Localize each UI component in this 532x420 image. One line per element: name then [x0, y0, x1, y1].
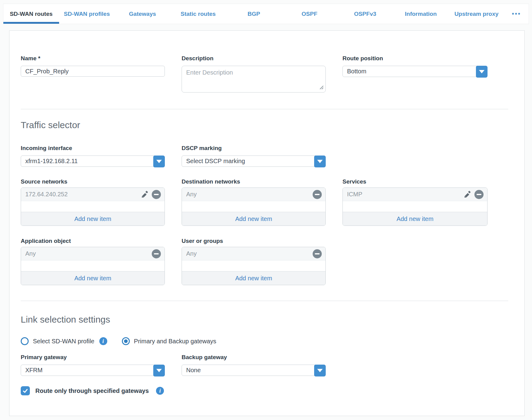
listbox-empty-area	[182, 261, 325, 271]
link-selection-radios: Select SD-WAN profile i Primary and Back…	[21, 337, 508, 345]
incoming-interface-group: Incoming interface xfrm1-192.168.2.11	[21, 145, 165, 167]
edit-icon[interactable]	[463, 191, 471, 198]
section-divider	[21, 301, 508, 301]
incoming-interface-dropdown-button[interactable]	[153, 156, 165, 167]
route-position-value: Bottom	[347, 68, 366, 75]
route-position-select[interactable]: Bottom	[342, 66, 488, 77]
tab-upstream-proxy[interactable]: Upstream proxy	[449, 4, 504, 24]
remove-icon[interactable]	[313, 249, 322, 258]
user-or-groups-listbox: Any Add new item	[182, 247, 326, 285]
route-position-dropdown-button[interactable]	[476, 66, 488, 78]
interface-dscp-row: Incoming interface xfrm1-192.168.2.11 DS…	[21, 145, 508, 167]
listbox-empty-area	[21, 201, 165, 212]
destination-networks-label: Destination networks	[182, 178, 326, 185]
tab-information[interactable]: Information	[393, 4, 449, 24]
application-object-label: Application object	[21, 238, 165, 244]
user-or-groups-add-button[interactable]: Add new item	[182, 271, 325, 285]
list-item-value: Any	[25, 250, 152, 257]
description-label: Description	[182, 55, 326, 62]
incoming-interface-select[interactable]: xfrm1-192.168.2.11	[21, 156, 165, 167]
route-position-field-group: Route position Bottom	[342, 55, 488, 94]
chevron-down-icon	[479, 70, 484, 73]
route-edit-panel: Name * Description Route position	[9, 30, 525, 416]
application-object-group: Application object Any Add new item	[21, 238, 165, 285]
destination-networks-group: Destination networks Any Add new item	[182, 178, 326, 226]
dscp-marking-dropdown-button[interactable]	[314, 156, 326, 167]
general-fields-row: Name * Description Route position	[21, 55, 508, 94]
resize-grip-icon[interactable]	[319, 85, 324, 91]
info-icon[interactable]: i	[99, 337, 107, 345]
remove-icon[interactable]	[152, 190, 161, 199]
check-icon	[22, 388, 28, 394]
list-item: ICMP	[343, 188, 487, 201]
app-users-row: Application object Any Add new item User…	[21, 238, 508, 285]
description-field-group: Description	[182, 55, 326, 94]
tab-static-routes[interactable]: Static routes	[170, 4, 226, 24]
dscp-marking-label: DSCP marking	[182, 145, 326, 152]
user-or-groups-label: User or groups	[182, 238, 326, 244]
services-group: Services ICMP	[342, 178, 488, 226]
primary-gateway-select[interactable]: XFRM	[21, 365, 165, 376]
remove-icon[interactable]	[313, 190, 322, 199]
chevron-down-icon	[156, 369, 162, 372]
application-object-listbox: Any Add new item	[21, 247, 165, 285]
backup-gateway-group: Backup gateway None	[182, 354, 326, 376]
list-item-value: Any	[186, 250, 313, 257]
tab-sdwan-routes[interactable]: SD-WAN routes	[3, 4, 59, 24]
backup-gateway-value: None	[186, 367, 201, 374]
name-field-group: Name *	[21, 55, 165, 94]
remove-icon[interactable]	[152, 249, 161, 258]
list-item: 172.64.240.252	[21, 188, 165, 201]
primary-gateway-label: Primary gateway	[21, 354, 165, 361]
dscp-marking-value: Select DSCP marking	[186, 158, 245, 165]
edit-icon[interactable]	[141, 191, 149, 198]
tab-ospf[interactable]: OSPF	[282, 4, 337, 24]
description-textarea[interactable]	[182, 66, 326, 93]
tab-ospfv3[interactable]: OSPFv3	[337, 4, 393, 24]
top-tab-bar: SD-WAN routes SD-WAN profiles Gateways S…	[3, 4, 529, 24]
list-item: Any	[21, 247, 165, 261]
listbox-empty-area	[343, 201, 487, 212]
networks-row: Source networks 172.64.240.252	[21, 178, 508, 226]
incoming-interface-value: xfrm1-192.168.2.11	[25, 158, 78, 165]
services-label: Services	[342, 178, 488, 185]
backup-gateway-label: Backup gateway	[182, 354, 326, 361]
chevron-down-icon	[317, 369, 323, 372]
primary-gateway-dropdown-button[interactable]	[153, 365, 165, 376]
list-item: Any	[182, 247, 325, 261]
more-tabs-icon[interactable]: •••	[504, 4, 529, 24]
destination-networks-listbox: Any Add new item	[182, 187, 326, 226]
primary-backup-radio[interactable]	[122, 337, 130, 345]
services-add-button[interactable]: Add new item	[343, 212, 487, 226]
route-only-checkbox-label: Route only through specified gateways	[35, 387, 149, 394]
name-label: Name *	[21, 55, 165, 62]
tab-bgp[interactable]: BGP	[226, 4, 282, 24]
route-only-row: Route only through specified gateways i	[21, 386, 508, 395]
primary-backup-radio-label: Primary and Backup gateways	[134, 338, 216, 345]
list-item-value: ICMP	[347, 191, 463, 198]
info-icon[interactable]: i	[156, 387, 164, 395]
source-networks-add-button[interactable]: Add new item	[21, 212, 165, 226]
route-position-label: Route position	[342, 55, 488, 62]
tab-gateways[interactable]: Gateways	[115, 4, 170, 24]
tab-sdwan-profiles[interactable]: SD-WAN profiles	[59, 4, 115, 24]
chevron-down-icon	[317, 160, 323, 163]
dscp-marking-group: DSCP marking Select DSCP marking	[182, 145, 326, 167]
sdwan-profile-radio[interactable]	[21, 337, 29, 345]
dscp-marking-select[interactable]: Select DSCP marking	[182, 156, 326, 167]
source-networks-group: Source networks 172.64.240.252	[21, 178, 165, 226]
chevron-down-icon	[156, 160, 162, 163]
section-divider	[21, 109, 508, 109]
backup-gateway-dropdown-button[interactable]	[314, 365, 326, 376]
list-item: Any	[182, 188, 325, 201]
source-networks-label: Source networks	[21, 178, 165, 185]
remove-icon[interactable]	[474, 190, 484, 199]
list-item-value: Any	[186, 191, 313, 198]
route-only-checkbox[interactable]	[21, 386, 30, 395]
name-input[interactable]	[21, 66, 165, 77]
application-object-add-button[interactable]: Add new item	[21, 271, 165, 285]
destination-networks-add-button[interactable]: Add new item	[182, 212, 325, 226]
list-item-value: 172.64.240.252	[25, 191, 141, 198]
incoming-interface-label: Incoming interface	[21, 145, 165, 152]
backup-gateway-select[interactable]: None	[182, 365, 326, 376]
